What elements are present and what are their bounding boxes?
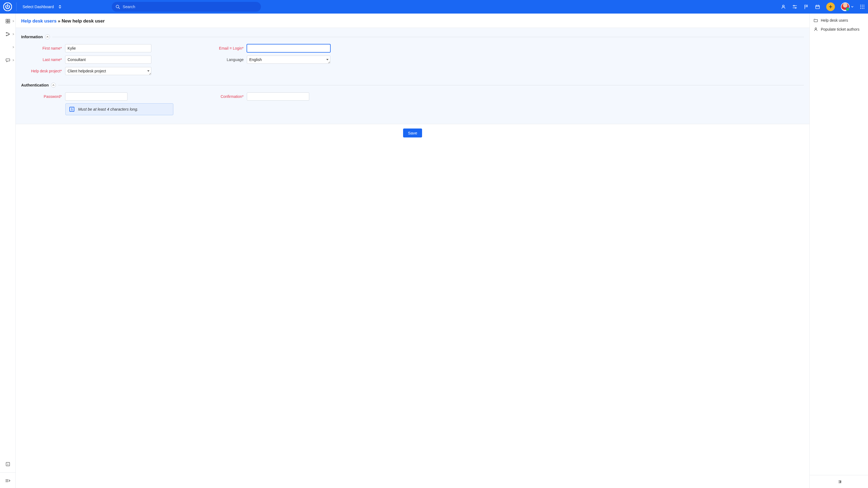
section-authentication-header: Authentication <box>21 83 804 88</box>
confirmation-label: Confirmation* <box>179 94 244 99</box>
help-desk-project-value: Client helpdesk project <box>67 69 106 73</box>
nav-dashboard-icon[interactable] <box>0 18 16 24</box>
add-button[interactable] <box>826 2 835 11</box>
breadcrumb: Help desk users » New help desk user <box>16 13 809 28</box>
dashboard-selector[interactable]: Select Dashboard <box>21 3 63 10</box>
calendar-icon[interactable] <box>815 4 820 9</box>
user-icon[interactable] <box>781 4 786 9</box>
svg-point-4 <box>795 7 796 8</box>
first-name-label: First name* <box>21 46 62 51</box>
svg-point-23 <box>815 28 817 29</box>
svg-point-12 <box>860 8 861 9</box>
save-button[interactable]: Save <box>403 129 422 137</box>
last-name-row: Last name* <box>21 56 173 64</box>
section-information-title: Information <box>21 35 43 39</box>
svg-rect-17 <box>6 22 8 23</box>
search-icon <box>116 5 120 9</box>
nav-chat-icon[interactable] <box>0 57 16 63</box>
svg-point-8 <box>863 5 864 5</box>
language-row: Language English <box>179 56 330 64</box>
help-desk-project-label: Help desk project* <box>21 69 62 73</box>
svg-point-10 <box>862 6 863 7</box>
language-label: Language <box>179 58 244 62</box>
save-row: Save <box>16 124 809 142</box>
nav-info-icon[interactable] <box>0 461 16 467</box>
email-login-label: Email = Login* <box>179 46 244 51</box>
dashboard-selector-label: Select Dashboard <box>23 5 54 9</box>
chevron-right-icon <box>12 20 14 23</box>
help-desk-project-row: Help desk project* Client helpdesk proje… <box>21 67 173 75</box>
breadcrumb-current: New help desk user <box>62 19 105 24</box>
first-name-input[interactable] <box>65 44 151 52</box>
password-row: Password* <box>21 93 173 101</box>
last-name-input[interactable] <box>65 56 151 64</box>
info-icon: i <box>69 107 74 112</box>
chevron-right-icon <box>12 33 14 35</box>
right-panel-item-help-desk-users[interactable]: Help desk users <box>810 13 868 25</box>
password-hint-text: Must be at least 4 characters long. <box>78 107 138 111</box>
resize-handle-icon <box>149 73 151 74</box>
svg-point-11 <box>863 6 864 7</box>
svg-point-13 <box>862 8 863 9</box>
person-icon <box>813 27 818 31</box>
language-value: English <box>249 58 262 62</box>
right-panel: Help desk users Populate ticket authors <box>809 13 868 488</box>
email-login-input[interactable] <box>247 44 330 52</box>
apps-grid-icon[interactable] <box>860 4 865 9</box>
chevron-updown-icon <box>58 5 62 9</box>
svg-point-3 <box>794 5 795 6</box>
avatar <box>841 2 849 11</box>
folder-icon <box>813 18 818 23</box>
password-label: Password* <box>21 94 62 99</box>
section-authentication-title: Authentication <box>21 83 49 87</box>
section-collapse-button[interactable] <box>45 34 50 39</box>
svg-point-7 <box>862 5 863 5</box>
search-placeholder: Search <box>123 5 135 9</box>
last-name-label: Last name* <box>21 58 62 62</box>
confirmation-row: Confirmation* <box>179 93 330 101</box>
nav-expand-button[interactable] <box>0 472 16 485</box>
user-menu[interactable] <box>841 2 854 11</box>
first-name-row: First name* <box>21 44 173 52</box>
chevron-down-icon <box>850 5 854 8</box>
nav-tree-icon[interactable] <box>0 31 16 37</box>
password-input[interactable] <box>65 93 127 101</box>
breadcrumb-sep: » <box>56 19 62 24</box>
nav-blank-item[interactable] <box>0 44 16 51</box>
resize-handle-icon <box>328 62 330 63</box>
topbar-divider <box>16 2 17 11</box>
svg-point-14 <box>863 8 864 9</box>
flag-icon[interactable] <box>803 4 809 9</box>
svg-rect-16 <box>8 19 10 21</box>
svg-point-6 <box>860 5 861 5</box>
right-panel-item-label: Help desk users <box>821 18 848 23</box>
right-panel-collapse-button[interactable] <box>810 475 868 488</box>
confirmation-input[interactable] <box>247 93 309 101</box>
sliders-icon[interactable] <box>792 4 798 9</box>
topbar-actions <box>781 2 865 11</box>
topbar: Select Dashboard Search <box>0 0 868 13</box>
right-panel-item-label: Populate ticket authors <box>821 27 859 31</box>
section-information-header: Information <box>21 34 804 39</box>
chevron-right-icon <box>12 59 14 62</box>
form-panel: Information First name* Email = Login* L… <box>16 28 809 124</box>
svg-point-9 <box>860 6 861 7</box>
breadcrumb-link[interactable]: Help desk users <box>21 19 56 24</box>
left-nav <box>0 13 16 488</box>
svg-rect-18 <box>8 22 10 23</box>
main-content: Help desk users » New help desk user Inf… <box>16 13 809 488</box>
help-desk-project-select[interactable]: Client helpdesk project <box>65 67 151 75</box>
password-hint: i Must be at least 4 characters long. <box>65 103 173 115</box>
chevron-right-icon <box>12 46 14 48</box>
svg-rect-15 <box>6 19 8 21</box>
svg-point-2 <box>782 5 784 7</box>
search-input[interactable]: Search <box>112 2 261 12</box>
right-panel-item-populate-authors[interactable]: Populate ticket authors <box>810 25 868 34</box>
app-logo[interactable] <box>3 2 12 11</box>
language-select[interactable]: English <box>247 56 330 64</box>
svg-rect-5 <box>816 5 819 9</box>
section-collapse-button[interactable] <box>51 83 56 88</box>
email-login-row: Email = Login* <box>179 44 330 52</box>
